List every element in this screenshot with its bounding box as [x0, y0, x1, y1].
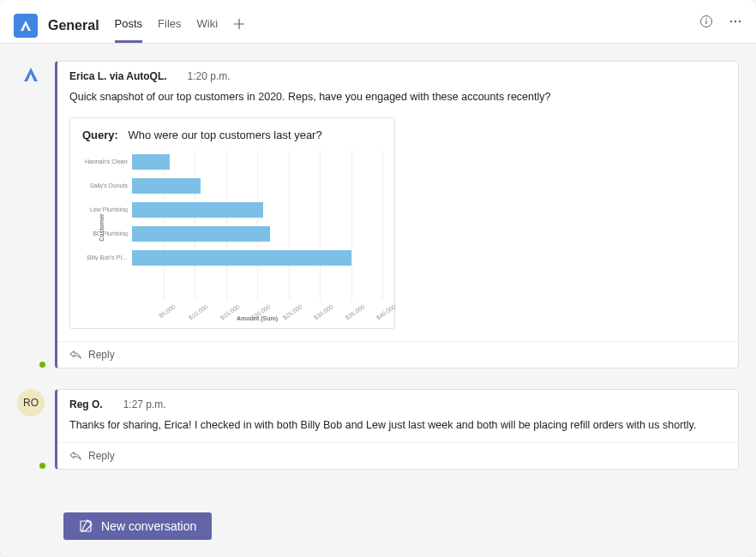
channel-header: General Posts Files Wiki: [0, 0, 756, 44]
channel-tabs: Posts Files Wiki: [115, 9, 246, 43]
post-header: Erica L. via AutoQL. 1:20 p.m.: [57, 62, 738, 86]
chart-query-label: Query:: [82, 129, 118, 141]
chart-query-text: Who were our top customers last year?: [129, 129, 322, 141]
channel-name: General: [48, 18, 99, 33]
svg-point-3: [730, 21, 732, 22]
post-author: Erica L. via AutoQL.: [69, 70, 167, 82]
info-icon: [699, 15, 713, 28]
svg-point-4: [735, 21, 736, 22]
tab-wiki[interactable]: Wiki: [197, 9, 219, 43]
more-horizontal-icon: [729, 15, 742, 28]
presence-badge: [38, 461, 47, 470]
post-header: Reg O. 1:27 p.m.: [57, 390, 738, 414]
post-text: Quick snapshot of our top customers in 2…: [57, 86, 738, 114]
chart-bar-row: Lew Plumbing: [132, 198, 382, 222]
chart-bar-row: Sally's Donuts: [132, 174, 382, 198]
reply-icon: [69, 349, 81, 361]
chart-bar-label: Lew Plumbing: [85, 207, 128, 213]
chart-bar-row: BC Plumbing: [132, 222, 382, 246]
tab-files[interactable]: Files: [158, 9, 181, 43]
app-avatar: [17, 61, 45, 88]
post-avatar: RO: [17, 389, 46, 470]
svg-point-1: [705, 18, 707, 20]
post-author: Reg O.: [69, 398, 103, 410]
reply-button[interactable]: Reply: [57, 442, 738, 469]
post-avatar: [17, 61, 46, 368]
svg-rect-2: [705, 21, 706, 24]
post: RO Reg O. 1:27 p.m. Thanks for sharing, …: [17, 389, 739, 470]
reply-icon: [69, 450, 81, 462]
more-options-button[interactable]: [729, 15, 742, 28]
new-conversation-label: New conversation: [101, 519, 196, 533]
chart-bar: [132, 202, 263, 218]
chart-bar-label: Hannah's Cleaners: [85, 159, 128, 165]
presence-badge: [38, 360, 47, 369]
chart-plot: Customer $5,000$10,000$15,000$20,000$25,…: [132, 150, 382, 300]
chart-bar-label: Sally's Donuts: [85, 183, 128, 189]
post-timestamp: 1:27 p.m.: [123, 398, 166, 410]
post: Erica L. via AutoQL. 1:20 p.m. Quick sna…: [17, 61, 739, 368]
chart-xtick: $40,000: [375, 303, 397, 320]
chart-bar-row: Hannah's Cleaners: [132, 150, 382, 174]
reply-button[interactable]: Reply: [57, 341, 738, 368]
compose-area: New conversation: [0, 512, 756, 557]
chart-bar: [132, 154, 170, 170]
chart-bar-row: Billy Bob's Pl…: [132, 246, 382, 270]
compose-icon: [79, 519, 93, 533]
app-frame: General Posts Files Wiki: [0, 0, 756, 557]
autoql-logo-icon: [21, 64, 41, 85]
message-list: Erica L. via AutoQL. 1:20 p.m. Quick sna…: [0, 44, 756, 512]
channel-info-button[interactable]: [699, 15, 713, 28]
autoql-logo-icon: [18, 18, 33, 33]
chart-query: Query: Who were our top customers last y…: [82, 129, 382, 141]
chart-gridline: [382, 150, 383, 300]
post-body: Erica L. via AutoQL. 1:20 p.m. Quick sna…: [55, 61, 739, 368]
post-timestamp: 1:20 p.m.: [188, 70, 231, 82]
chart-bar-label: Billy Bob's Pl…: [85, 255, 128, 261]
chart-bar-label: BC Plumbing: [85, 231, 128, 237]
add-tab-button[interactable]: [233, 16, 245, 36]
user-avatar: RO: [17, 389, 45, 416]
post-body: Reg O. 1:27 p.m. Thanks for sharing, Eri…: [55, 389, 739, 470]
chart-ylabel: Customer: [99, 213, 105, 242]
reply-label: Reply: [88, 349, 115, 361]
team-avatar-tile: [14, 14, 38, 38]
chart-bar: [132, 226, 270, 242]
header-actions: [699, 15, 742, 37]
new-conversation-button[interactable]: New conversation: [63, 512, 212, 540]
plus-icon: [233, 18, 245, 30]
reply-label: Reply: [88, 450, 115, 462]
chart-bar: [132, 250, 351, 266]
tab-posts[interactable]: Posts: [115, 9, 143, 43]
post-text: Thanks for sharing, Erica! I checked in …: [57, 414, 738, 442]
svg-point-5: [739, 21, 741, 22]
chart-bar: [132, 178, 201, 194]
chart-card: Query: Who were our top customers last y…: [69, 117, 395, 329]
